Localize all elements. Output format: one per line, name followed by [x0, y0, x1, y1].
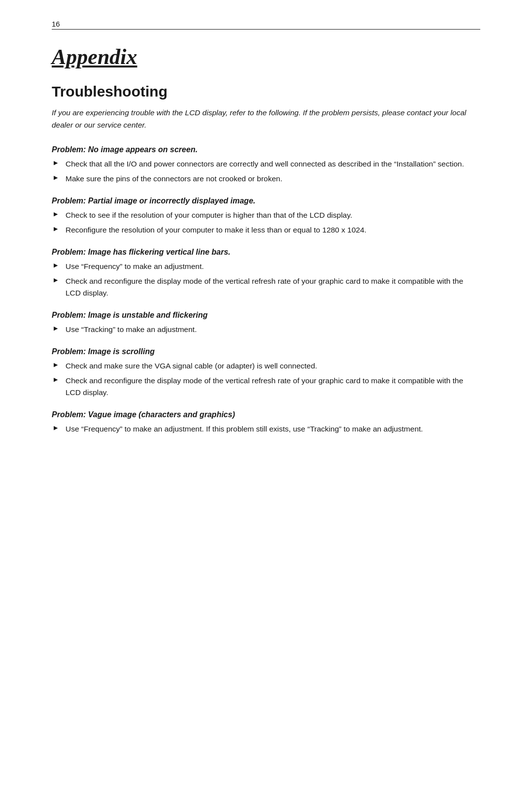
top-rule [52, 29, 480, 30]
bullet-text: Make sure the pins of the connectors are… [66, 173, 480, 185]
problems-container: Problem: No image appears on screen.▶Che… [52, 145, 480, 435]
problem-section-no-image: Problem: No image appears on screen.▶Che… [52, 145, 480, 185]
problem-section-vague-image: Problem: Vague image (characters and gra… [52, 410, 480, 435]
bullet-arrow-icon: ▶ [54, 159, 62, 167]
bullet-list-scrolling: ▶Check and make sure the VGA signal cabl… [52, 360, 480, 398]
bullet-text: Check and reconfigure the display mode o… [66, 375, 480, 398]
bullet-arrow-icon: ▶ [54, 276, 62, 284]
bullet-text: Check to see if the resolution of your c… [66, 209, 480, 221]
bullet-list-unstable-flickering: ▶Use “Tracking” to make an adjustment. [52, 324, 480, 335]
problem-heading-unstable-flickering: Problem: Image is unstable and flickerin… [52, 311, 480, 320]
problem-section-unstable-flickering: Problem: Image is unstable and flickerin… [52, 311, 480, 335]
list-item: ▶Use “Frequency” to make an adjustment. … [52, 423, 480, 435]
bullet-arrow-icon: ▶ [54, 225, 62, 233]
problem-heading-partial-image: Problem: Partial image or incorrectly di… [52, 197, 480, 205]
bullet-arrow-icon: ▶ [54, 324, 62, 332]
problem-section-scrolling: Problem: Image is scrolling▶Check and ma… [52, 347, 480, 398]
page-number: 16 [52, 20, 480, 28]
list-item: ▶Make sure the pins of the connectors ar… [52, 173, 480, 185]
appendix-title: Appendix [52, 44, 137, 69]
bullet-text: Reconfigure the resolution of your compu… [66, 224, 480, 236]
problem-section-flickering-bars: Problem: Image has flickering vertical l… [52, 248, 480, 299]
page-container: 16 Appendix Troubleshooting If you are e… [0, 0, 532, 476]
list-item: ▶Check and reconfigure the display mode … [52, 375, 480, 398]
bullet-arrow-icon: ▶ [54, 375, 62, 384]
problem-heading-vague-image: Problem: Vague image (characters and gra… [52, 410, 480, 419]
bullet-arrow-icon: ▶ [54, 424, 62, 432]
list-item: ▶Check to see if the resolution of your … [52, 209, 480, 221]
problem-heading-flickering-bars: Problem: Image has flickering vertical l… [52, 248, 480, 257]
list-item: ▶Use “Frequency” to make an adjustment. [52, 261, 480, 272]
bullet-text: Check and make sure the VGA signal cable… [66, 360, 480, 372]
bullet-arrow-icon: ▶ [54, 173, 62, 182]
bullet-arrow-icon: ▶ [54, 210, 62, 218]
bullet-text: Check and reconfigure the display mode o… [66, 275, 480, 299]
bullet-list-vague-image: ▶Use “Frequency” to make an adjustment. … [52, 423, 480, 435]
list-item: ▶Check that all the I/O and power connec… [52, 158, 480, 170]
bullet-arrow-icon: ▶ [54, 261, 62, 269]
bullet-text: Check that all the I/O and power connect… [66, 158, 480, 170]
bullet-list-partial-image: ▶Check to see if the resolution of your … [52, 209, 480, 236]
bullet-text: Use “Frequency” to make an adjustment. I… [66, 423, 480, 435]
bullet-text: Use “Frequency” to make an adjustment. [66, 261, 480, 272]
list-item: ▶Use “Tracking” to make an adjustment. [52, 324, 480, 335]
bullet-arrow-icon: ▶ [54, 361, 62, 369]
list-item: ▶Reconfigure the resolution of your comp… [52, 224, 480, 236]
bullet-list-no-image: ▶Check that all the I/O and power connec… [52, 158, 480, 185]
bullet-list-flickering-bars: ▶Use “Frequency” to make an adjustment.▶… [52, 261, 480, 299]
problem-section-partial-image: Problem: Partial image or incorrectly di… [52, 197, 480, 236]
problem-heading-scrolling: Problem: Image is scrolling [52, 347, 480, 356]
problem-heading-no-image: Problem: No image appears on screen. [52, 145, 480, 154]
list-item: ▶Check and reconfigure the display mode … [52, 275, 480, 299]
list-item: ▶Check and make sure the VGA signal cabl… [52, 360, 480, 372]
intro-text: If you are experiencing trouble with the… [52, 107, 480, 132]
bullet-text: Use “Tracking” to make an adjustment. [66, 324, 480, 335]
section-heading: Troubleshooting [52, 83, 480, 100]
